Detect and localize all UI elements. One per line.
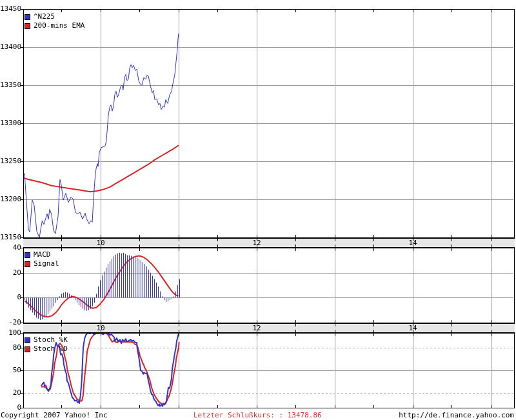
copyright-text: Copyright 2007 Yahoo! Inc xyxy=(1,411,108,419)
y-tick-label: 13450 xyxy=(0,5,21,13)
legend-item: MACD xyxy=(25,251,51,259)
x-tick-label: 14 xyxy=(403,324,422,332)
legend-swatch-icon xyxy=(25,337,30,343)
y-tick-label: 20 xyxy=(0,389,21,397)
y-tick-label: 0 xyxy=(0,294,21,301)
legend-item: Signal xyxy=(25,260,59,268)
x-tick-label: 10 xyxy=(91,324,110,332)
y-tick-label: 13250 xyxy=(0,157,21,165)
y-tick-label: 13300 xyxy=(0,119,21,127)
legend-item: Stoch %D xyxy=(25,345,68,353)
legend-item: ^N225 xyxy=(25,13,55,21)
legend-swatch-icon xyxy=(25,14,30,20)
x-tick-label: 12 xyxy=(247,324,266,332)
y-tick-label: 13350 xyxy=(0,81,21,89)
x-tick-label: 10 xyxy=(91,239,110,247)
legend-label: MACD xyxy=(34,251,51,259)
y-tick-label: 50 xyxy=(0,366,21,374)
last-close-text: Letzter Schlußkurs: : 13478.86 xyxy=(194,411,322,419)
y-tick-label: 40 xyxy=(0,244,21,252)
legend-label: ^N225 xyxy=(34,13,55,21)
chart-canvas xyxy=(0,0,516,420)
x-tick-label: 14 xyxy=(403,239,422,247)
technical-analysis-chart: NIKKEI 225 DE: technical analysis Donner… xyxy=(0,0,516,420)
legend-item: 200-mins EMA xyxy=(25,22,84,30)
legend-item: Stoch %K xyxy=(25,336,68,344)
legend-swatch-icon xyxy=(25,346,30,352)
legend-swatch-icon xyxy=(25,252,30,258)
legend-swatch-icon xyxy=(25,23,30,29)
y-tick-label: 20 xyxy=(0,269,21,277)
y-tick-label: 13150 xyxy=(0,234,21,241)
legend-label: 200-mins EMA xyxy=(34,22,84,30)
y-tick-label: 80 xyxy=(0,344,21,352)
y-tick-label: 13400 xyxy=(0,43,21,51)
y-tick-label: 13200 xyxy=(0,195,21,203)
source-url: http://de.finance.yahoo.com xyxy=(399,411,514,419)
x-tick-label: 12 xyxy=(247,239,266,247)
y-tick-label: 100 xyxy=(0,329,21,337)
legend-label: Stoch %K xyxy=(34,336,68,344)
legend-swatch-icon xyxy=(25,261,30,267)
legend-label: Signal xyxy=(34,260,59,268)
y-tick-label: -20 xyxy=(0,319,21,326)
legend-label: Stoch %D xyxy=(34,345,68,353)
